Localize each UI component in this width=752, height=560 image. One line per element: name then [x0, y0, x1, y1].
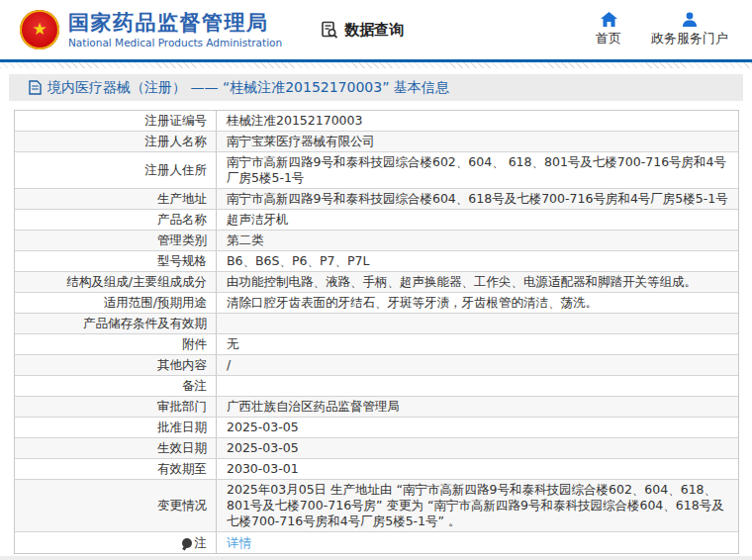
table-row: 产品储存条件及有效期	[15, 314, 738, 334]
row-label: 变更情况	[157, 498, 207, 513]
row-value: 南宁宝莱医疗器械有限公司	[217, 132, 738, 151]
row-label: 适用范围/预期用途	[104, 295, 207, 311]
user-icon	[682, 12, 698, 27]
data-query-label: 数据查询	[344, 21, 404, 40]
table-row: 注册人住所 南宁市高新四路9号和泰科技园综合楼602、604、 618、801号…	[15, 152, 738, 189]
row-label-cell: 审批部门	[15, 397, 217, 417]
row-label: 审批部门	[157, 399, 207, 415]
site-subtitle: National Medical Products Administration	[68, 37, 282, 48]
row-label: 注册人名称	[145, 134, 208, 149]
breadcrumb-bar: 境内医疗器械（注册） —— “桂械注准20152170003” 基本信息	[9, 74, 743, 101]
row-value: 2025-03-05	[217, 418, 738, 437]
table-row: 注 详情	[15, 532, 738, 553]
nav-home-label: 首页	[596, 30, 621, 47]
header-nav: 首页 政务服务门户	[596, 12, 728, 47]
row-value: 广西壮族自治区药品监督管理局	[217, 397, 738, 417]
row-value: 详情	[217, 532, 738, 553]
table-row: 变更情况 2025年03月05日 生产地址由 “南宁市高新四路9号和泰科技园综合…	[15, 480, 738, 532]
emblem-star-icon: ★	[32, 21, 47, 38]
row-label: 产品储存条件及有效期	[83, 316, 207, 331]
row-label-cell: 管理类别	[15, 231, 217, 250]
table-row: 型号规格 B6、B6S、P6、P7、P7L	[15, 251, 738, 272]
row-label-cell: 附件	[15, 334, 217, 354]
bulb-icon	[182, 538, 192, 548]
site-brand: 国家药品监督管理局 National Medical Products Admi…	[68, 11, 282, 48]
row-label: 结构及组成/主要组成成分	[66, 274, 207, 290]
site-header: ★ 国家药品监督管理局 National Medical Products Ad…	[0, 0, 752, 59]
site-title: 国家药品监督管理局	[68, 11, 282, 35]
row-label: 批准日期	[157, 420, 207, 435]
row-label-cell: 变更情况	[15, 480, 217, 531]
data-query-button[interactable]: 数据查询	[320, 20, 404, 40]
row-value	[217, 376, 738, 396]
row-label-cell: 注册人住所	[15, 152, 217, 188]
row-label: 生效日期	[157, 440, 207, 456]
table-row: 审批部门 广西壮族自治区药品监督管理局	[15, 397, 738, 418]
row-label: 型号规格	[157, 253, 207, 269]
table-row: 适用范围/预期用途 清除口腔牙齿表面的牙结石、牙斑等牙渍，牙齿根管的清洁、荡洗。	[15, 293, 738, 314]
doc-magnifier-icon	[320, 20, 339, 40]
row-value: 2025年03月05日 生产地址由 “南宁市高新四路9号和泰科技园综合楼602、…	[217, 480, 738, 531]
row-value: 由功能控制电路、液路、手柄、超声换能器、工作尖、电源适配器和脚踏开关等组成。	[217, 272, 738, 292]
row-label-cell: 注册证编号	[15, 111, 217, 131]
row-value: B6、B6S、P6、P7、P7L	[217, 251, 738, 271]
row-label: 附件	[182, 336, 207, 352]
row-label-cell: 批准日期	[15, 418, 217, 437]
row-value: 2030-03-01	[217, 459, 738, 479]
row-value: 无	[217, 334, 738, 354]
row-value: 南宁市高新四路9号和泰科技园综合楼602、604、 618、801号及七楼700…	[217, 152, 738, 188]
row-label-cell: 有效期至	[15, 459, 217, 479]
nav-gov-portal[interactable]: 政务服务门户	[651, 12, 728, 47]
footer-strip	[0, 556, 752, 560]
row-label: 备注	[182, 378, 207, 394]
home-icon	[601, 12, 617, 27]
row-value: 超声洁牙机	[217, 210, 738, 230]
row-label: 产品名称	[157, 212, 207, 228]
row-label: 注册人住所	[145, 162, 208, 178]
table-row: 有效期至 2030-03-01	[15, 459, 738, 480]
table-row: 注册人名称 南宁宝莱医疗器械有限公司	[15, 132, 738, 152]
row-label-cell: 产品储存条件及有效期	[15, 314, 217, 333]
table-row: 生产地址 南宁市高新四路9号和泰科技园综合楼604、618号及七楼700-716…	[15, 189, 738, 210]
row-label: 其他内容	[157, 357, 207, 373]
row-label-cell: 注	[15, 532, 217, 553]
table-row: 产品名称 超声洁牙机	[15, 210, 738, 231]
row-value	[217, 314, 738, 333]
row-label-cell: 备注	[15, 376, 217, 396]
row-value: 第二类	[217, 231, 738, 250]
row-label-cell: 其他内容	[15, 355, 217, 375]
row-value: 2025-03-05	[217, 438, 738, 458]
row-label: 管理类别	[157, 233, 207, 248]
row-value: 桂械注准20152170003	[217, 111, 738, 131]
row-label-cell: 生产地址	[15, 189, 217, 209]
row-label-cell: 型号规格	[15, 251, 217, 271]
row-label: 生产地址	[157, 191, 207, 207]
row-value: 清除口腔牙齿表面的牙结石、牙斑等牙渍，牙齿根管的清洁、荡洗。	[217, 293, 738, 313]
page-title: 境内医疗器械（注册） —— “桂械注准20152170003” 基本信息	[47, 79, 449, 97]
table-row: 注册证编号 桂械注准20152170003	[15, 111, 738, 132]
row-value: /	[217, 355, 738, 375]
table-row: 批准日期 2025-03-05	[15, 418, 738, 438]
table-row: 其他内容 /	[15, 355, 738, 376]
row-label-cell: 结构及组成/主要组成成分	[15, 272, 217, 292]
document-icon	[29, 80, 42, 95]
table-row: 管理类别 第二类	[15, 231, 738, 251]
table-row: 备注	[15, 376, 738, 397]
detail-link[interactable]: 详情	[227, 535, 251, 551]
nav-gov-portal-label: 政务服务门户	[651, 30, 728, 47]
row-label: 注	[195, 535, 208, 551]
table-row: 生效日期 2025-03-05	[15, 438, 738, 459]
table-row: 附件 无	[15, 334, 738, 355]
row-label-cell: 生效日期	[15, 438, 217, 458]
row-label: 有效期至	[157, 461, 207, 477]
hatch-band	[0, 62, 752, 68]
info-table: 注册证编号 桂械注准20152170003 注册人名称 南宁宝莱医疗器械有限公司…	[14, 110, 739, 554]
row-label-cell: 产品名称	[15, 210, 217, 230]
row-label: 注册证编号	[145, 113, 208, 129]
row-label-cell: 注册人名称	[15, 132, 217, 151]
nav-home[interactable]: 首页	[596, 12, 621, 47]
national-emblem-logo: ★	[20, 10, 59, 49]
table-row: 结构及组成/主要组成成分 由功能控制电路、液路、手柄、超声换能器、工作尖、电源适…	[15, 272, 738, 293]
row-value: 南宁市高新四路9号和泰科技园综合楼604、618号及七楼700-716号房和4号…	[217, 189, 738, 209]
row-label-cell: 适用范围/预期用途	[15, 293, 217, 313]
